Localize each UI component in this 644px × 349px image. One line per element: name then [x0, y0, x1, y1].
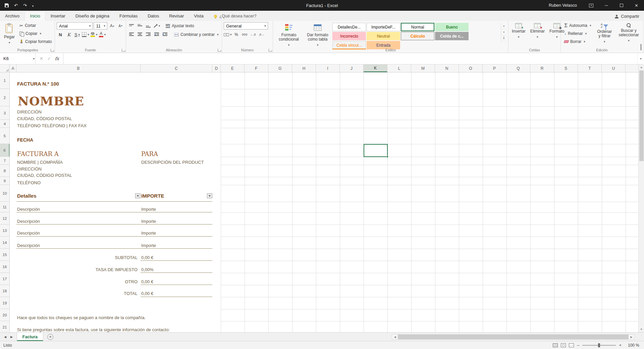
- delete-cells-button[interactable]: × Eliminar: [529, 22, 546, 47]
- redo-icon[interactable]: ↷: [23, 3, 27, 8]
- row-header-21[interactable]: 21: [0, 321, 9, 332]
- name-box-dropdown-icon[interactable]: [33, 53, 35, 64]
- cut-button[interactable]: Cortar: [18, 22, 53, 29]
- maximize-button[interactable]: [614, 0, 629, 11]
- column-header-S[interactable]: S: [554, 64, 578, 72]
- cell-item-amount-3[interactable]: Importe: [141, 231, 156, 236]
- format-as-table-dropdown-icon[interactable]: [317, 43, 319, 47]
- align-center-button[interactable]: [136, 31, 144, 38]
- page-break-view-icon[interactable]: [569, 343, 574, 347]
- cell-style-chip-4[interactable]: Bueno: [435, 23, 469, 31]
- row-header-17[interactable]: 17: [0, 273, 9, 285]
- cancel-entry-icon[interactable]: ✕: [40, 56, 43, 61]
- font-name-dropdown-icon[interactable]: [87, 22, 92, 29]
- align-left-button[interactable]: [128, 31, 135, 38]
- format-cells-dropdown-icon[interactable]: [556, 35, 558, 39]
- tab-fórmulas[interactable]: Fórmulas: [114, 11, 143, 21]
- tab-diseño-de-página[interactable]: Diseño de página: [70, 11, 114, 21]
- row-header-8[interactable]: 8: [0, 165, 9, 177]
- row-header-19[interactable]: 19: [0, 297, 9, 309]
- scroll-right-icon[interactable]: [629, 335, 634, 339]
- row-header-10[interactable]: 10: [0, 185, 9, 202]
- cell-item-desc-4[interactable]: Descripción: [17, 243, 40, 248]
- row-header-5[interactable]: 5: [0, 128, 9, 144]
- column-header-O[interactable]: O: [459, 64, 483, 72]
- horizontal-scroll-thumb[interactable]: [398, 335, 629, 339]
- cell-company-address2[interactable]: CIUDAD, CÓDIGO POSTAL: [17, 116, 72, 121]
- sort-filter-button[interactable]: AZ Ordenar y filtrar: [594, 22, 615, 47]
- paste-button[interactable]: Pegar: [2, 22, 16, 47]
- row-header-7[interactable]: 7: [0, 157, 9, 165]
- row-header-1[interactable]: 1: [0, 72, 9, 89]
- sheet-nav-left-icon[interactable]: [4, 335, 6, 339]
- increase-decimal-button[interactable]: ←,0: [250, 31, 257, 38]
- number-format-combo[interactable]: General: [224, 22, 268, 30]
- copy-button[interactable]: Copiar: [18, 30, 53, 37]
- insert-cells-dropdown-icon[interactable]: [518, 35, 520, 39]
- tab-inicio[interactable]: Inicio: [24, 11, 45, 21]
- cell-total-label[interactable]: TOTAL: [54, 291, 138, 296]
- cell-note-1[interactable]: Hace que todos los cheques se paguen a n…: [17, 315, 146, 320]
- scroll-up-icon[interactable]: [639, 64, 644, 70]
- vertical-scroll-thumb[interactable]: [639, 70, 644, 161]
- formula-input[interactable]: [63, 53, 637, 64]
- column-header-N[interactable]: N: [435, 64, 459, 72]
- orientation-button[interactable]: [153, 22, 160, 30]
- find-select-button[interactable]: Buscar y seleccionar: [616, 22, 641, 47]
- column-header-L[interactable]: L: [387, 64, 411, 72]
- zoom-level[interactable]: 100 %: [625, 343, 639, 348]
- cell-other-label[interactable]: OTRO: [54, 279, 138, 284]
- column-header-M[interactable]: M: [411, 64, 435, 72]
- column-header-T[interactable]: T: [578, 64, 602, 72]
- minimize-button[interactable]: [599, 0, 614, 11]
- horizontal-scrollbar[interactable]: [392, 334, 635, 340]
- cell-client-name[interactable]: NOMBRE | COMPAÑÍA: [17, 160, 63, 165]
- increase-indent-button[interactable]: [161, 31, 169, 38]
- bold-button[interactable]: N: [57, 31, 64, 38]
- font-name-combo[interactable]: Arial: [57, 22, 93, 30]
- align-bottom-button[interactable]: [145, 22, 152, 30]
- column-header-R[interactable]: R: [530, 64, 554, 72]
- conditional-formatting-dropdown-icon[interactable]: [288, 43, 290, 47]
- cell-company-phone[interactable]: TELÉFONO TELÉFONO | FAX FAX: [17, 123, 87, 128]
- cell-product-description[interactable]: DESCRIPCIÓN DEL PRODUCT: [141, 160, 204, 165]
- share-button[interactable]: Compartir: [615, 14, 639, 19]
- decrease-decimal-button[interactable]: ,0→: [258, 31, 265, 38]
- column-header-U[interactable]: U: [602, 64, 626, 72]
- selected-cell-K6[interactable]: [364, 144, 388, 157]
- cell-amount-header[interactable]: IMPORTE: [141, 193, 164, 199]
- select-all-corner[interactable]: [0, 64, 10, 72]
- font-color-button[interactable]: A: [99, 31, 106, 38]
- decrease-font-button[interactable]: A: [117, 22, 124, 30]
- confirm-entry-icon[interactable]: ✓: [47, 56, 51, 61]
- cell-style-chip-1[interactable]: DetallesDe...: [332, 23, 366, 31]
- column-header-B[interactable]: B: [16, 64, 141, 72]
- row-header-18[interactable]: 18: [0, 285, 9, 297]
- row-header-13[interactable]: 13: [0, 225, 9, 237]
- number-format-dropdown-icon[interactable]: [263, 22, 268, 29]
- cell-item-desc-2[interactable]: Descripción: [17, 219, 40, 224]
- cell-style-chip-2[interactable]: ImporteDeF...: [367, 23, 400, 31]
- align-middle-button[interactable]: [136, 22, 144, 30]
- column-header-J[interactable]: J: [340, 64, 364, 72]
- cell-item-desc-3[interactable]: Descripción: [17, 231, 40, 236]
- column-header-Q[interactable]: Q: [506, 64, 530, 72]
- cell-tax-value[interactable]: 0,00%: [141, 267, 154, 272]
- ribbon-display-options-button[interactable]: [584, 0, 599, 11]
- column-header-A[interactable]: A: [10, 64, 16, 72]
- conditional-formatting-button[interactable]: Formato condicional: [275, 22, 303, 47]
- column-header-G[interactable]: G: [268, 64, 292, 72]
- cell-style-chip-5[interactable]: Incorrecto: [332, 32, 366, 40]
- italic-button[interactable]: K: [65, 31, 72, 38]
- fill-button[interactable]: ↓ Rellenar: [562, 30, 593, 37]
- row-header-14[interactable]: 14: [0, 237, 9, 249]
- column-header-E[interactable]: E: [221, 64, 245, 72]
- row-header-2[interactable]: 2: [0, 89, 9, 106]
- cell-invoice-number[interactable]: FACTURA N.º 100: [17, 81, 59, 87]
- zoom-slider-thumb[interactable]: [598, 343, 600, 347]
- cell-client-address1[interactable]: DIRECCIÓN: [17, 166, 42, 171]
- cell-style-chip-3[interactable]: Normal: [401, 23, 434, 31]
- cell-bill-to-label[interactable]: FACTURAR A: [17, 150, 59, 157]
- fill-color-button[interactable]: [90, 31, 98, 38]
- cell-company-address1[interactable]: DIRECCIÓN: [17, 109, 42, 114]
